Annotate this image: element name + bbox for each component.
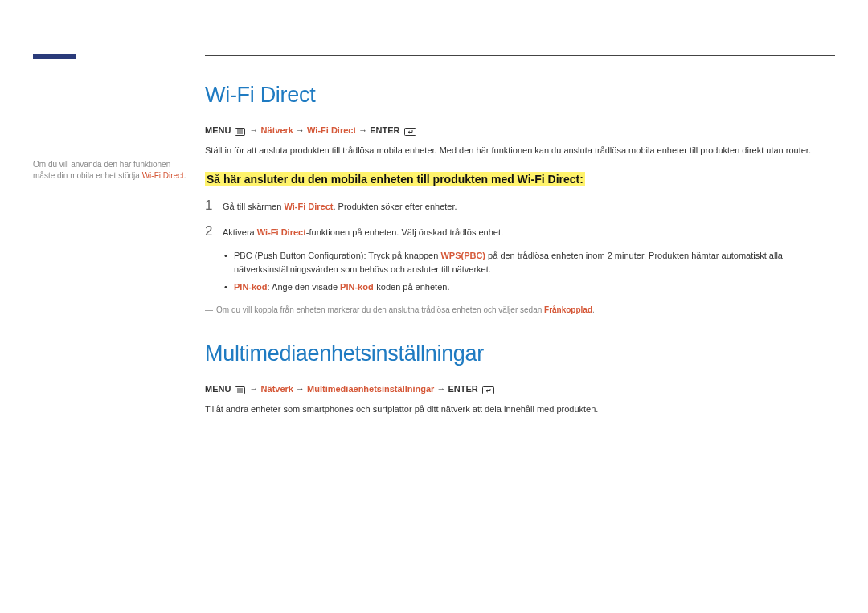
menu-label: MENU (205, 125, 231, 135)
footnote-dash: ― (205, 305, 213, 314)
enter-icon (482, 385, 494, 394)
subheading-highlight: Så här ansluter du den mobila enheten ti… (205, 172, 585, 186)
enter-icon (404, 126, 416, 136)
step-number: 1 (205, 198, 223, 214)
main-content: Wi-Fi Direct MENU → Nätverk → Wi-Fi Dire… (205, 83, 835, 430)
step1-post: . Produkten söker efter enheter. (333, 202, 457, 211)
list-item: PBC (Push Button Configuration): Tryck p… (223, 249, 835, 276)
menu-label: MENU (205, 384, 231, 394)
arrow: → (434, 384, 448, 394)
step-1: 1 Gå till skärmen Wi-Fi Direct. Produkte… (205, 198, 835, 214)
b2-post: -koden på enheten. (374, 282, 450, 292)
arrow: → (293, 384, 307, 394)
fn-red: Frånkopplad (544, 305, 592, 314)
menu-path-1: MENU → Nätverk → Wi-Fi Direct → ENTER (205, 125, 835, 136)
section-multimedia: Multimediaenhetsinställningar MENU → Nät… (205, 341, 835, 416)
footnote: ―Om du vill koppla från enheten markerar… (205, 304, 835, 316)
intro-para-2: Tillåt andra enheter som smartphones och… (205, 403, 835, 416)
chapter-color-tab (33, 54, 76, 59)
heading-wifidirect: Wi-Fi Direct (205, 83, 835, 108)
heading-multimedia: Multimediaenhetsinställningar (205, 341, 835, 366)
b2-red2: PIN-kod (340, 282, 374, 292)
b2-red1: PIN-kod (234, 282, 268, 292)
b1-red: WPS(PBC) (440, 251, 485, 260)
step2-red: Wi-Fi Direct (257, 227, 306, 237)
path-natverk: Nätverk (261, 384, 293, 394)
top-rule (205, 55, 835, 56)
b2-mid: : Ange den visade (268, 282, 341, 292)
enter-label: ENTER (448, 384, 478, 394)
menu-icon (235, 126, 245, 136)
step2-pre: Aktivera (223, 227, 257, 237)
enter-label: ENTER (370, 125, 399, 135)
step1-pre: Gå till skärmen (223, 202, 284, 211)
step-text: Aktivera Wi-Fi Direct-funktionen på enhe… (223, 223, 503, 239)
intro-para-1: Ställ in för att ansluta produkten till … (205, 144, 835, 157)
list-item: PIN-kod: Ange den visade PIN-kod-koden p… (223, 280, 835, 294)
fn-pre: Om du vill koppla från enheten markerar … (216, 305, 544, 314)
menu-path-2: MENU → Nätverk → Multimediaenhetsinställ… (205, 384, 835, 394)
step1-red: Wi-Fi Direct (284, 202, 333, 211)
path-multi: Multimediaenhetsinställningar (307, 384, 434, 394)
sidebar-note-red: Wi-Fi Direct (142, 171, 184, 180)
fn-post: . (592, 305, 595, 314)
b1-pre: PBC (Push Button Configuration): Tryck p… (234, 251, 440, 260)
arrow: → (250, 125, 261, 135)
sidebar-rule (33, 153, 188, 153)
arrow: → (293, 125, 307, 135)
step2-post: -funktionen på enheten. Välj önskad tråd… (306, 227, 503, 237)
arrow: → (356, 125, 370, 135)
sidebar-note: Om du vill använda den här funktionen må… (33, 159, 188, 182)
step-number: 2 (205, 223, 223, 239)
step-2: 2 Aktivera Wi-Fi Direct-funktionen på en… (205, 223, 835, 239)
path-wifidirect: Wi-Fi Direct (307, 125, 356, 135)
bullet-list: PBC (Push Button Configuration): Tryck p… (223, 249, 835, 294)
step-text: Gå till skärmen Wi-Fi Direct. Produkten … (223, 198, 457, 214)
menu-icon (235, 385, 245, 394)
arrow: → (250, 384, 261, 394)
path-natverk: Nätverk (261, 125, 293, 135)
sidebar-note-post: . (184, 171, 186, 180)
